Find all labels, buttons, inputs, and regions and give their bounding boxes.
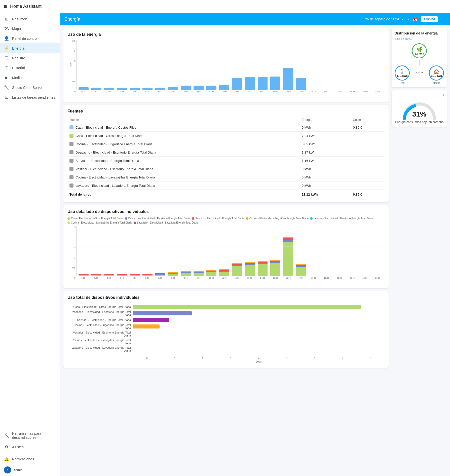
detail-x-12: 12:00 (231, 277, 243, 279)
bar-4 (130, 88, 140, 90)
detail-x-7: 7:00 (167, 277, 179, 279)
content-area: Uso de la energía 2,5 2 1,5 1 0,5 0 kWh (60, 25, 450, 371)
table-row: Servidor - Electricidad - Energía Total … (67, 157, 385, 165)
detail-bar-group-9 (192, 226, 205, 276)
distribution-card: Distribución de la energía Bajo en carb.… (392, 28, 447, 87)
sidebar-item-energia[interactable]: ⚡ Energía (0, 43, 60, 53)
fuentes-table: Fuente Energía Coste Casa - Electricidad… (67, 117, 385, 198)
detail-bar-group-3 (116, 226, 128, 276)
hbar-bar (133, 324, 160, 328)
solar-node: 🌿 3,4 kWh (395, 43, 444, 58)
home-circle: 🏠 11,1 kWh (429, 65, 444, 81)
x-label-8: 8:00 (179, 91, 192, 93)
avatar: a (4, 466, 11, 473)
sidebar-item-panel[interactable]: 👤 Panel de control (0, 33, 60, 43)
hbar-bar (133, 311, 192, 315)
sidebar-item-tareas[interactable]: ☑ Listas de tareas pendientes (0, 92, 60, 102)
tareas-icon: ☑ (4, 95, 9, 100)
uso-bars-area (77, 40, 385, 90)
detail-x-1: 1:00 (90, 277, 102, 279)
detail-x-20: 20:00 (333, 277, 346, 279)
arc-container: 31% (395, 98, 444, 120)
bar-3 (117, 88, 127, 90)
bar-group-23 (371, 40, 384, 90)
hbar-tick: 0 (133, 357, 161, 360)
sidebar-user[interactable]: a admin (0, 464, 60, 476)
hbar-tick: 8 (357, 357, 385, 360)
next-button[interactable]: › (406, 16, 410, 22)
sidebar-label-registro: Registro (12, 56, 25, 60)
hbar-bar-area (133, 311, 385, 315)
calendar-button[interactable]: 📅 (412, 16, 419, 23)
detail-legend: Casa - Electricidad - Otros Energía Tota… (67, 217, 385, 224)
bar-2 (104, 88, 114, 90)
hbar-tick: 5 (273, 357, 301, 360)
hbar-tick: 4 (245, 357, 273, 360)
hbar-row: Cocina - Electricidad - Frigorífico Ener… (67, 323, 385, 329)
color-dot (69, 150, 73, 154)
sidebar-divider (0, 428, 60, 428)
legend-dot (192, 217, 194, 220)
x-label-4: 4:00 (128, 91, 141, 93)
legend-item: Servidor - Electricidad - Energía Total … (192, 217, 244, 220)
hbar-label: Despacho - Electricidad - Escritorio Ene… (67, 310, 133, 316)
bar-group-7 (167, 40, 179, 90)
ajustes-icon: ⚙ (4, 445, 9, 449)
detail-x-6: 6:00 (154, 277, 166, 279)
now-button[interactable]: AHORA (421, 16, 438, 22)
bar-group-4 (128, 40, 141, 90)
detail-x-13: 13:00 (243, 277, 256, 279)
x-label-23: 23:00 (371, 91, 384, 93)
page-title: Energía (64, 17, 80, 22)
fuente-cell: Lavadero - Electricidad - Lavadora Energ… (67, 181, 300, 190)
bar-13 (245, 77, 255, 90)
x-label-17: 17:00 (295, 91, 307, 93)
flow-value: 11,1 kWh (414, 71, 425, 74)
sidebar-label-notificaciones: Notificaciones (12, 457, 34, 461)
sidebar-item-registro[interactable]: ☰ Registro (0, 53, 60, 63)
bar-15 (270, 77, 280, 90)
sidebar-item-ajustes[interactable]: ⚙ Ajustes (0, 442, 60, 452)
x-label-5: 5:00 (141, 91, 154, 93)
medios-icon: ▶ (4, 75, 9, 80)
prev-button[interactable]: ‹ (401, 16, 404, 22)
color-dot (69, 142, 73, 146)
x-label-21: 21:00 (346, 91, 358, 93)
fuente-cell: Casa - Electricidad - Energía Costes Fij… (67, 123, 300, 132)
sidebar-item-notificaciones[interactable]: 🔔 Notificaciones (0, 454, 60, 464)
more-button[interactable]: ⋮ (440, 16, 446, 23)
hbar-row: Vestidor - Electricidad - Escritorio Ene… (67, 331, 385, 337)
page-header-right: 26 de agosto de 2024 ‹ › 📅 AHORA ⋮ (365, 16, 446, 23)
table-row: Despacho - Electricidad - Escritorio Ene… (67, 148, 385, 157)
detail-bar-group-4 (128, 226, 141, 276)
bar-group-18 (308, 40, 320, 90)
detail-x-16: 16:00 (282, 277, 294, 279)
menu-icon[interactable]: ☰ (4, 5, 7, 8)
sidebar-item-studio[interactable]: 🔧 Studio Code Server (0, 83, 60, 92)
sidebar-item-mapa[interactable]: 🗺 Mapa (0, 24, 60, 33)
dist-subtitle: Bajo en carb... (395, 37, 444, 40)
hbar-bar (133, 305, 361, 309)
detail-x-9: 9:00 (192, 277, 205, 279)
y-unit: kWh (69, 62, 72, 66)
bar-group-14 (256, 40, 269, 90)
fuente-cell: Casa - Electricidad - Otros Energía Tota… (67, 132, 300, 140)
x-label-13: 13:00 (243, 91, 256, 93)
bar-group-6 (154, 40, 167, 90)
bar-6 (155, 88, 165, 90)
sidebar-divider-2 (0, 453, 60, 453)
energia-icon: ⚡ (4, 46, 9, 51)
app-title: Home Assistant (10, 4, 42, 9)
sidebar-item-herramientas[interactable]: 🔨 Herramientas para desarrolladores (0, 429, 60, 442)
info-icon[interactable]: ℹ (443, 93, 444, 97)
energia-cell: 0 kWh (300, 165, 351, 173)
historial-icon: 📋 (4, 65, 9, 70)
sidebar-item-medios[interactable]: ▶ Medios (0, 73, 60, 83)
bar-16 (283, 68, 293, 90)
fuente-cell: Vestidor - Electricidad - Escritorio Ene… (67, 165, 300, 173)
home-node: 🏠 11,1 kWh Hogar (429, 65, 444, 84)
sidebar-item-historial[interactable]: 📋 Historial (0, 63, 60, 73)
sidebar-item-resumen[interactable]: ⊞ Resumen (0, 14, 60, 24)
hbar-label: Cocina - Electricidad - Frigorífico Ener… (67, 323, 133, 329)
detail-bar-group-18 (308, 226, 320, 276)
